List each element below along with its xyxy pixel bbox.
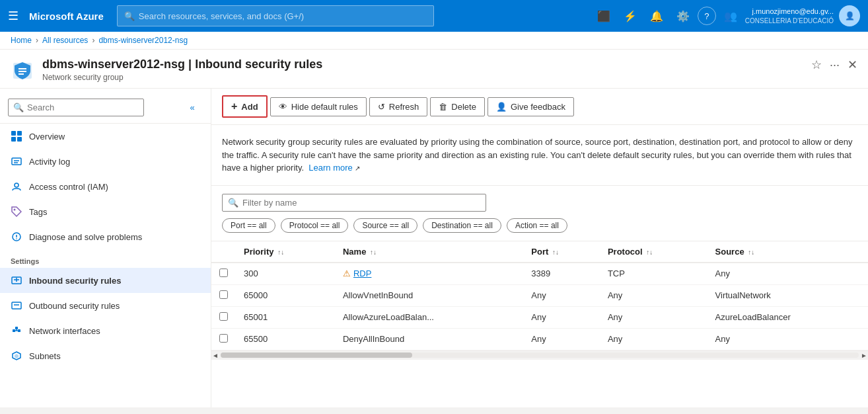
breadcrumb-all-resources[interactable]: All resources xyxy=(42,36,88,45)
priority-sort-icon[interactable]: ↑↓ xyxy=(277,249,284,256)
scroll-left-arrow[interactable]: ◄ xyxy=(211,352,219,359)
close-button[interactable]: ✕ xyxy=(848,58,857,72)
sidebar-item-overview[interactable]: Overview xyxy=(0,124,211,149)
warning-icon: ⚠ xyxy=(343,269,351,278)
col-protocol: Protocol ↑↓ xyxy=(600,241,707,263)
diagnose-icon xyxy=(11,231,22,243)
help-icon[interactable]: ? xyxy=(698,7,716,25)
page-subtitle: Network security group xyxy=(42,73,322,82)
breadcrumb-home[interactable]: Home xyxy=(11,36,32,45)
sidebar-item-outbound[interactable]: Outbound security rules xyxy=(0,293,211,318)
port-sort-icon[interactable]: ↑↓ xyxy=(552,249,559,256)
page-header-left: dbms-winserver2012-nsg | Inbound securit… xyxy=(11,58,322,83)
collapse-sidebar-button[interactable]: « xyxy=(182,97,203,118)
filter-by-name-input[interactable] xyxy=(242,198,480,208)
filter-chip-source[interactable]: Source == all xyxy=(353,218,417,233)
cell-name[interactable]: AllowVnetInBound xyxy=(335,284,523,306)
row-checkbox[interactable] xyxy=(219,269,228,277)
terminal-icon[interactable]: ⬛ xyxy=(592,4,616,28)
sidebar-item-inbound[interactable]: Inbound security rules xyxy=(0,268,211,293)
sidebar-item-activity-log-label: Activity log xyxy=(29,157,70,167)
add-button[interactable]: + Add xyxy=(222,95,268,118)
col-source-label: Source xyxy=(715,247,744,257)
sidebar-item-iam[interactable]: Access control (IAM) xyxy=(0,174,211,199)
global-search-input[interactable] xyxy=(139,11,427,21)
refresh-label: Refresh xyxy=(389,102,419,112)
global-search-bar[interactable]: 🔍 xyxy=(117,5,434,26)
cloud-shell-icon[interactable]: ⚡ xyxy=(618,4,642,28)
settings-section-header: Settings xyxy=(0,249,211,268)
filter-chip-action[interactable]: Action == all xyxy=(507,218,567,233)
give-feedback-button[interactable]: 👤 Give feedback xyxy=(488,97,574,116)
row-checkbox[interactable] xyxy=(219,312,228,321)
name-sort-icon[interactable]: ↑↓ xyxy=(370,249,377,256)
row-checkbox[interactable] xyxy=(219,290,228,299)
inbound-icon xyxy=(11,274,22,286)
source-sort-icon[interactable]: ↑↓ xyxy=(748,249,754,256)
rule-name-link[interactable]: RDP xyxy=(353,269,371,278)
learn-more-link[interactable]: Learn more xyxy=(308,163,352,173)
sidebar-item-outbound-label: Outbound security rules xyxy=(29,301,120,311)
sidebar-item-inbound-label: Inbound security rules xyxy=(29,276,121,286)
svg-rect-18 xyxy=(12,302,21,309)
sidebar-item-diagnose-label: Diagnose and solve problems xyxy=(29,232,142,242)
table-row[interactable]: 65500DenyAllInBoundAnyAnyAny xyxy=(211,328,868,350)
sidebar-item-subnets-label: Subnets xyxy=(29,351,61,361)
filter-chips: Port == all Protocol == all Source == al… xyxy=(222,218,857,233)
filter-search-icon: 🔍 xyxy=(228,198,238,208)
table-row[interactable]: 65001AllowAzureLoadBalan...AnyAnyAzureLo… xyxy=(211,306,868,328)
content-area: + Add 👁 Hide default rules ↺ Refresh 🗑 D… xyxy=(211,89,868,407)
delete-icon: 🗑 xyxy=(439,102,447,112)
col-port: Port ↑↓ xyxy=(523,241,600,263)
col-name-label: Name xyxy=(343,247,366,257)
search-icon: 🔍 xyxy=(124,11,135,21)
svg-rect-8 xyxy=(12,158,21,165)
scroll-track[interactable] xyxy=(221,352,859,358)
ellipsis-icon[interactable]: ··· xyxy=(830,58,840,72)
page-header-actions: ☆ ··· ✕ xyxy=(811,58,857,72)
cell-name[interactable]: ⚠RDP xyxy=(335,263,523,285)
sidebar-item-network[interactable]: Network interfaces xyxy=(0,318,211,343)
cell-source: AzureLoadBalancer xyxy=(707,306,868,328)
sidebar-item-subnets[interactable]: Subnets xyxy=(0,343,211,368)
refresh-button[interactable]: ↺ Refresh xyxy=(369,97,428,116)
brand-name: Microsoft Azure xyxy=(29,11,104,22)
favorite-star-icon[interactable]: ☆ xyxy=(811,58,822,72)
delete-button[interactable]: 🗑 Delete xyxy=(430,97,485,116)
row-checkbox[interactable] xyxy=(219,334,228,343)
avatar[interactable]: 👤 xyxy=(839,5,860,26)
sidebar-item-tags[interactable]: Tags xyxy=(0,199,211,224)
table-row[interactable]: 300⚠RDP3389TCPAny xyxy=(211,263,868,285)
breadcrumb-current[interactable]: dbms-winserver2012-nsg xyxy=(98,36,188,45)
sidebar-search-input[interactable] xyxy=(8,99,144,116)
horizontal-scrollbar[interactable]: ◄ ► xyxy=(211,351,868,360)
sidebar-item-diagnose[interactable]: Diagnose and solve problems xyxy=(0,224,211,249)
filter-chip-destination[interactable]: Destination == all xyxy=(423,218,501,233)
cell-protocol: Any xyxy=(600,284,707,306)
people-icon[interactable]: 👥 xyxy=(719,4,742,28)
scroll-thumb[interactable] xyxy=(221,352,412,358)
cell-name[interactable]: AllowAzureLoadBalan... xyxy=(335,306,523,328)
hide-default-rules-button[interactable]: 👁 Hide default rules xyxy=(270,97,367,116)
sidebar-item-activity-log[interactable]: Activity log xyxy=(0,149,211,174)
filter-chip-port[interactable]: Port == all xyxy=(222,218,275,233)
outbound-icon xyxy=(11,300,22,311)
hamburger-icon[interactable]: ☰ xyxy=(8,9,18,23)
protocol-sort-icon[interactable]: ↑↓ xyxy=(646,249,653,256)
user-info[interactable]: j.munozjimeno@edu.gv... CONSELLERIA D'ED… xyxy=(745,5,860,26)
sidebar-item-tags-label: Tags xyxy=(29,207,47,217)
bell-icon[interactable]: 🔔 xyxy=(645,4,669,28)
subnets-icon xyxy=(11,350,22,362)
cell-name[interactable]: DenyAllInBound xyxy=(335,328,523,350)
cell-protocol: Any xyxy=(600,306,707,328)
top-nav: ☰ Microsoft Azure 🔍 ⬛ ⚡ 🔔 ⚙️ ? 👥 j.munoz… xyxy=(0,0,868,32)
scroll-right-arrow[interactable]: ► xyxy=(860,352,868,359)
refresh-icon: ↺ xyxy=(378,102,385,112)
page-title: dbms-winserver2012-nsg | Inbound securit… xyxy=(42,58,322,71)
table-row[interactable]: 65000AllowVnetInBoundAnyAnyVirtualNetwor… xyxy=(211,284,868,306)
gear-icon[interactable]: ⚙️ xyxy=(671,4,695,28)
cell-priority: 300 xyxy=(236,263,335,285)
cell-priority: 65500 xyxy=(236,328,335,350)
filter-chip-protocol[interactable]: Protocol == all xyxy=(281,218,349,233)
filter-search-box[interactable]: 🔍 xyxy=(222,194,486,212)
